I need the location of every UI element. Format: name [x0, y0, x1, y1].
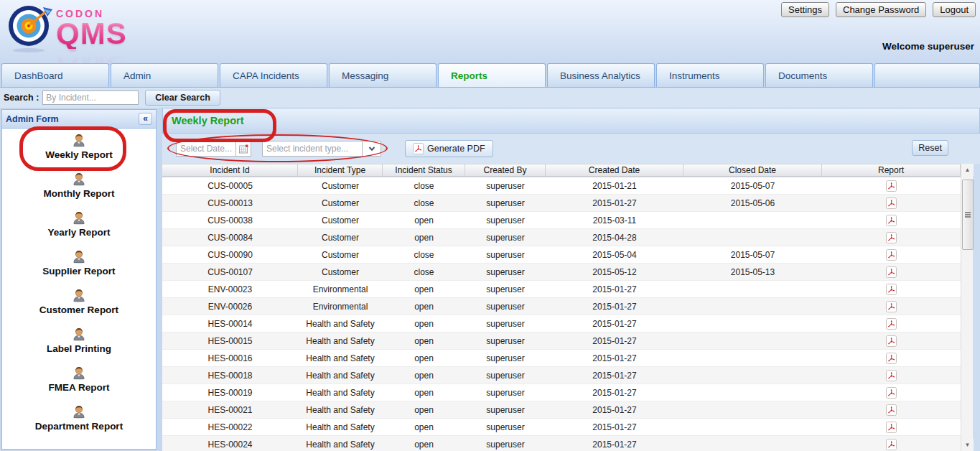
person-icon: [71, 210, 87, 226]
pdf-icon[interactable]: [886, 404, 897, 416]
cell-incident-type: Health and Safety: [298, 436, 383, 451]
cell-report: [822, 333, 961, 349]
generate-pdf-button[interactable]: Generate PDF: [405, 140, 493, 157]
sidebar-item-label-printing[interactable]: Label Printing: [2, 326, 156, 354]
tab-admin[interactable]: Admin: [111, 63, 218, 87]
table-row[interactable]: CUS-00090Customerclosesuperuser2015-05-0…: [162, 246, 961, 264]
cell-incident-status: close: [383, 177, 465, 194]
column-header-incident-status[interactable]: Incident Status: [383, 164, 465, 176]
sidebar-item-yearly-report[interactable]: Yearly Report: [2, 210, 156, 238]
table-row[interactable]: HES-00014Health and Safetyopensuperuser2…: [162, 315, 961, 333]
person-icon: [71, 171, 87, 187]
table-row[interactable]: HES-00024Health and Safetyopensuperuser2…: [162, 436, 961, 451]
collapse-panel-button[interactable]: «: [139, 113, 152, 125]
cell-report: [822, 401, 961, 418]
tab-business-analytics[interactable]: Business Analytics: [547, 63, 655, 87]
scroll-up-button[interactable]: ▲: [961, 164, 974, 176]
sidebar-item-supplier-report[interactable]: Supplier Report: [2, 248, 156, 276]
scrollbar-thumb[interactable]: [962, 180, 974, 250]
table-row[interactable]: CUS-00107Customerclosesuperuser2015-05-1…: [162, 264, 961, 281]
cell-closed-date: [683, 350, 822, 366]
clear-search-button[interactable]: Clear Search: [145, 90, 220, 106]
table-row[interactable]: HES-00015Health and Safetyopensuperuser2…: [162, 333, 961, 350]
search-input[interactable]: [42, 90, 139, 105]
sidebar-item-monthly-report[interactable]: Monthly Report: [2, 171, 156, 199]
column-header-closed-date[interactable]: Closed Date: [683, 164, 822, 176]
table-row[interactable]: HES-00019Health and Safetyopensuperuser2…: [162, 384, 961, 401]
change-password-button[interactable]: Change Password: [836, 2, 926, 17]
table-row[interactable]: CUS-00005Customerclosesuperuser2015-01-2…: [162, 177, 961, 195]
table-row[interactable]: ENV-00026Environmentalopensuperuser2015-…: [162, 298, 961, 315]
select-date-input[interactable]: [176, 141, 236, 157]
cell-created-by: superuser: [465, 281, 546, 297]
table-row[interactable]: HES-00021Health and Safetyopensuperuser2…: [162, 401, 961, 419]
sidebar-item-department-report[interactable]: Department Report: [2, 404, 156, 432]
sidebar-item-fmea-report[interactable]: FMEA Report: [2, 365, 156, 393]
cell-incident-type: Health and Safety: [298, 350, 383, 366]
pdf-icon[interactable]: [886, 215, 897, 226]
pdf-icon[interactable]: [886, 266, 897, 278]
column-header-created-date[interactable]: Created Date: [546, 164, 683, 176]
pdf-icon[interactable]: [886, 180, 897, 192]
pdf-icon[interactable]: [886, 335, 897, 347]
table-row[interactable]: ENV-00023Environmentalopensuperuser2015-…: [162, 281, 961, 298]
cell-incident-id: CUS-00013: [162, 195, 298, 211]
column-header-incident-type[interactable]: Incident Type: [298, 164, 383, 176]
cell-report: [822, 436, 961, 451]
logout-button[interactable]: Logout: [933, 2, 976, 17]
reset-button[interactable]: Reset: [912, 140, 948, 156]
sidebar-item-label: Customer Report: [39, 304, 118, 315]
table-row[interactable]: HES-00016Health and Safetyopensuperuser2…: [162, 350, 961, 367]
incident-type-select[interactable]: [262, 141, 363, 157]
calendar-trigger-button[interactable]: [235, 141, 251, 157]
pdf-icon[interactable]: [886, 353, 897, 364]
cell-incident-id: ENV-00026: [162, 298, 298, 315]
cell-created-date: 2015-05-12: [546, 264, 683, 280]
pdf-icon[interactable]: [886, 422, 897, 433]
pdf-icon[interactable]: [886, 301, 897, 312]
admin-form-header: Admin Form «: [2, 110, 156, 129]
tab-instruments[interactable]: Instruments: [656, 63, 764, 87]
cell-created-by: superuser: [465, 419, 546, 435]
chevron-down-icon: [368, 144, 376, 153]
tab-messaging[interactable]: Messaging: [329, 63, 437, 87]
sidebar-item-weekly-report[interactable]: Weekly Report: [2, 132, 156, 160]
cell-created-by: superuser: [465, 315, 546, 332]
cell-incident-type: Health and Safety: [298, 384, 383, 401]
tab-reports[interactable]: Reports: [438, 63, 546, 87]
pdf-icon[interactable]: [886, 197, 897, 209]
cell-incident-status: open: [383, 229, 465, 246]
pdf-icon[interactable]: [886, 249, 897, 261]
cell-report: [822, 350, 961, 366]
column-header-created-by[interactable]: Created By: [465, 164, 546, 176]
table-row[interactable]: HES-00018Health and Safetyopensuperuser2…: [162, 367, 961, 384]
settings-button[interactable]: Settings: [781, 2, 829, 17]
column-header-report[interactable]: Report: [822, 164, 961, 176]
column-header-incident-id[interactable]: Incident Id: [162, 164, 298, 176]
admin-form-panel: Admin Form « Weekly Report Monthly Repor…: [1, 109, 157, 450]
table-row[interactable]: CUS-00084Customeropensuperuser2015-04-28: [162, 229, 961, 246]
dropdown-trigger-button[interactable]: [362, 141, 381, 157]
pdf-icon[interactable]: [886, 318, 897, 330]
person-icon: [71, 248, 87, 264]
pdf-icon[interactable]: [413, 143, 424, 154]
pdf-icon[interactable]: [886, 439, 897, 450]
cell-closed-date: [683, 436, 822, 451]
cell-incident-id: HES-00016: [162, 350, 298, 366]
sidebar-item-customer-report[interactable]: Customer Report: [2, 287, 156, 315]
person-icon: [71, 326, 87, 342]
tab-bar-filler: [874, 63, 980, 87]
table-row[interactable]: CUS-00013Customerclosesuperuser2015-01-2…: [162, 195, 961, 212]
tab-capa-incidents[interactable]: CAPA Incidents: [220, 63, 327, 87]
pdf-icon[interactable]: [886, 232, 897, 243]
vertical-scrollbar[interactable]: ▲ ▼: [961, 164, 973, 451]
pdf-icon[interactable]: [886, 370, 897, 381]
table-header-row: Incident IdIncident TypeIncident StatusC…: [162, 164, 961, 177]
tab-dashboard[interactable]: DashBoard: [1, 63, 109, 87]
pdf-icon[interactable]: [886, 387, 897, 399]
scroll-down-button[interactable]: ▼: [961, 439, 974, 451]
pdf-icon[interactable]: [886, 284, 897, 295]
table-row[interactable]: CUS-00038Customeropensuperuser2015-03-11: [162, 212, 961, 229]
table-row[interactable]: HES-00022Health and Safetyopensuperuser2…: [162, 419, 961, 436]
tab-documents[interactable]: Documents: [765, 63, 873, 87]
